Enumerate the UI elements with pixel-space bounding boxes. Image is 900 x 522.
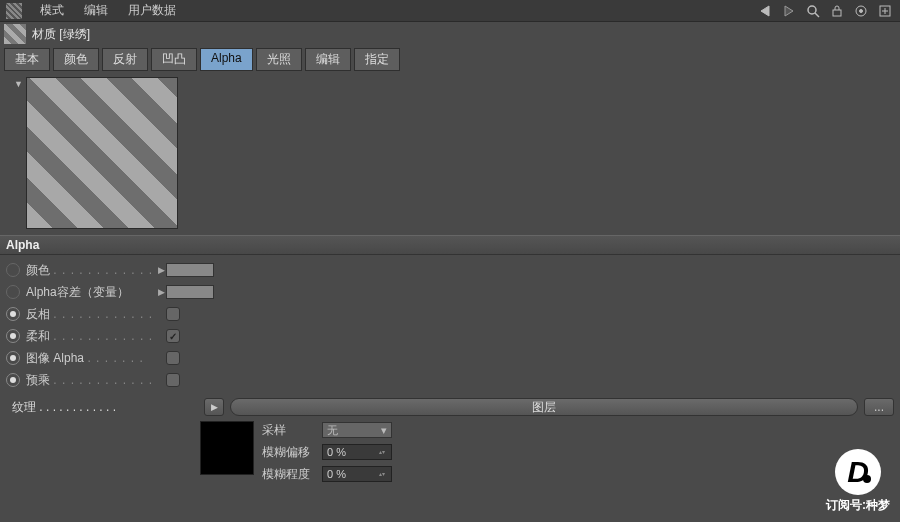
menu-mode[interactable]: 模式 [30, 2, 74, 19]
material-swatch-icon [4, 24, 26, 44]
menu-edit[interactable]: 编辑 [74, 2, 118, 19]
sampling-dropdown[interactable]: 无▾ [322, 422, 392, 438]
lock-icon[interactable] [828, 2, 846, 20]
texture-play-button[interactable]: ▶ [204, 398, 224, 416]
app-icon [6, 3, 22, 19]
label-texture: 纹理 . . . . . . . . . . . . [12, 399, 142, 416]
texture-thumbnail[interactable] [200, 421, 254, 475]
texture-row: 纹理 . . . . . . . . . . . . ▶ 图层 ... [0, 395, 900, 419]
svg-point-6 [860, 9, 863, 12]
material-title: 材质 [绿绣] [32, 26, 90, 43]
watermark: D 订阅号:种梦 [826, 449, 890, 514]
tab-illum[interactable]: 光照 [256, 48, 302, 71]
new-icon[interactable] [876, 2, 894, 20]
row-color: 颜色 . . . . . . . . . . . . ▶ [6, 259, 894, 281]
label-premult: 预乘 . . . . . . . . . . . . [26, 372, 156, 389]
color-swatch[interactable] [166, 263, 214, 277]
row-tolerance: Alpha容差（变量） ▶ [6, 281, 894, 303]
row-soft: 柔和 . . . . . . . . . . . . [6, 325, 894, 347]
label-blur-offset: 模糊偏移 [262, 444, 316, 461]
radio-soft[interactable] [6, 329, 20, 343]
tab-assign[interactable]: 指定 [354, 48, 400, 71]
watermark-text: 订阅号:种梦 [826, 497, 890, 514]
blur-offset-field[interactable]: 0 %▴▾ [322, 444, 392, 460]
radio-image-alpha[interactable] [6, 351, 20, 365]
menubar: 模式 编辑 用户数据 [0, 0, 900, 22]
row-image-alpha: 图像 Alpha . . . . . . . [6, 347, 894, 369]
expand-color-icon[interactable]: ▶ [156, 265, 166, 275]
row-invert: 反相 . . . . . . . . . . . . [6, 303, 894, 325]
check-soft[interactable] [166, 329, 180, 343]
watermark-logo: D [835, 449, 881, 495]
svg-point-2 [808, 6, 816, 14]
blur-scale-field[interactable]: 0 %▴▾ [322, 466, 392, 482]
row-premult: 预乘 . . . . . . . . . . . . [6, 369, 894, 391]
label-invert: 反相 . . . . . . . . . . . . [26, 306, 156, 323]
radio-color[interactable] [6, 263, 20, 277]
label-sampling: 采样 [262, 422, 316, 439]
svg-line-3 [815, 13, 819, 17]
check-premult[interactable] [166, 373, 180, 387]
label-tolerance: Alpha容差（变量） [26, 284, 156, 301]
tolerance-swatch[interactable] [166, 285, 214, 299]
expand-tolerance-icon[interactable]: ▶ [156, 287, 166, 297]
nav-forward-icon[interactable] [780, 2, 798, 20]
label-image-alpha: 图像 Alpha . . . . . . . [26, 350, 156, 367]
target-icon[interactable] [852, 2, 870, 20]
search-icon[interactable] [804, 2, 822, 20]
disclosure-icon[interactable]: ▼ [14, 79, 24, 89]
tab-reflect[interactable]: 反射 [102, 48, 148, 71]
tab-bar: 基本 颜色 反射 凹凸 Alpha 光照 编辑 指定 [0, 46, 900, 71]
chevron-down-icon: ▾ [381, 424, 387, 437]
layer-bar[interactable]: 图层 [230, 398, 858, 416]
label-color: 颜色 . . . . . . . . . . . . [26, 262, 156, 279]
spinner-icon[interactable]: ▴▾ [379, 472, 387, 477]
row-sampling: 采样 无▾ [262, 421, 392, 439]
params-panel: 颜色 . . . . . . . . . . . . ▶ Alpha容差（变量）… [0, 255, 900, 395]
svg-marker-0 [761, 6, 769, 16]
svg-rect-4 [833, 10, 841, 16]
preview-area: ▼ [0, 71, 900, 235]
section-header: Alpha [0, 235, 900, 255]
radio-tolerance[interactable] [6, 285, 20, 299]
nav-back-icon[interactable] [756, 2, 774, 20]
spinner-icon[interactable]: ▴▾ [379, 450, 387, 455]
menu-userdata[interactable]: 用户数据 [118, 2, 186, 19]
tab-color[interactable]: 颜色 [53, 48, 99, 71]
row-blur-offset: 模糊偏移 0 %▴▾ [262, 443, 392, 461]
material-preview[interactable] [26, 77, 178, 229]
row-blur-scale: 模糊程度 0 %▴▾ [262, 465, 392, 483]
radio-premult[interactable] [6, 373, 20, 387]
texture-params: 采样 无▾ 模糊偏移 0 %▴▾ 模糊程度 0 %▴▾ [0, 419, 900, 489]
check-image-alpha[interactable] [166, 351, 180, 365]
label-soft: 柔和 . . . . . . . . . . . . [26, 328, 156, 345]
title-row: 材质 [绿绣] [0, 22, 900, 46]
svg-marker-1 [785, 6, 793, 16]
tab-basic[interactable]: 基本 [4, 48, 50, 71]
radio-invert[interactable] [6, 307, 20, 321]
tab-alpha[interactable]: Alpha [200, 48, 253, 71]
texture-more-button[interactable]: ... [864, 398, 894, 416]
check-invert[interactable] [166, 307, 180, 321]
label-blur-scale: 模糊程度 [262, 466, 316, 483]
tab-bump[interactable]: 凹凸 [151, 48, 197, 71]
tab-edit[interactable]: 编辑 [305, 48, 351, 71]
